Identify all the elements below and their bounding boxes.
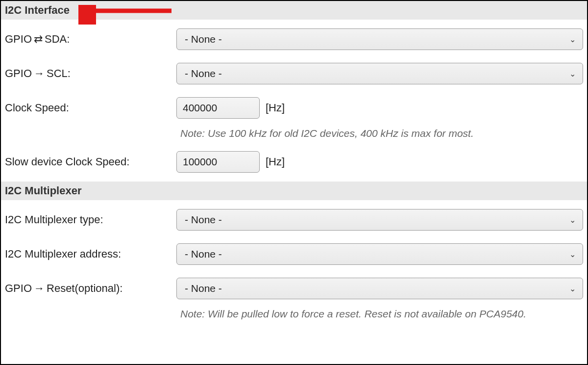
label-text: GPIO [5,67,32,80]
row-mux-type: I2C Multiplexer type: - None - ⌄ [5,209,583,231]
row-gpio-reset: GPIO → Reset(optional): - None - ⌄ [5,278,583,299]
chevron-down-icon: ⌄ [569,35,576,44]
label-mux-type: I2C Multiplexer type: [5,213,176,226]
chevron-down-icon: ⌄ [569,215,576,225]
row-gpio-scl: GPIO → SCL: - None - ⌄ [5,63,583,84]
right-arrow-icon: → [34,67,45,80]
select-mux-type[interactable]: - None - ⌄ [176,209,583,231]
chevron-down-icon: ⌄ [569,284,576,293]
note-clock-speed: Note: Use 100 kHz for old I2C devices, 4… [180,128,583,139]
chevron-down-icon: ⌄ [569,250,576,259]
label-text: SDA: [45,33,70,46]
select-value: - None - [185,283,222,294]
select-value: - None - [185,214,222,226]
section-header-i2c-multiplexer: I2C Multiplexer [1,182,587,200]
select-value: - None - [185,33,222,45]
input-clock-speed[interactable] [176,97,260,119]
bidirectional-arrow-icon: ⇄ [34,33,43,46]
right-arrow-icon: → [34,282,45,295]
unit-hz: [Hz] [266,102,285,114]
row-gpio-sda: GPIO ⇄ SDA: - None - ⌄ [5,28,583,50]
label-text: SCL: [47,67,71,80]
unit-hz: [Hz] [266,156,285,168]
row-slow-clock-speed: Slow device Clock Speed: [Hz] [5,151,583,173]
note-reset: Note: Will be pulled low to force a rese… [180,308,583,320]
select-gpio-sda[interactable]: - None - ⌄ [176,28,583,50]
row-mux-address: I2C Multiplexer address: - None - ⌄ [5,243,583,265]
i2c-multiplexer-form: I2C Multiplexer type: - None - ⌄ I2C Mul… [1,200,587,320]
input-slow-clock-speed[interactable] [176,151,260,173]
select-mux-address[interactable]: - None - ⌄ [176,243,583,265]
label-text: GPIO [5,282,32,295]
label-gpio-reset: GPIO → Reset(optional): [5,282,176,295]
select-value: - None - [185,68,222,79]
label-gpio-sda: GPIO ⇄ SDA: [5,33,176,46]
row-clock-speed: Clock Speed: [Hz] [5,97,583,119]
i2c-interface-form: GPIO ⇄ SDA: - None - ⌄ GPIO → SCL: - Non… [1,20,587,173]
settings-panel: I2C Interface GPIO ⇄ SDA: - None - ⌄ GPI… [0,0,588,365]
label-text: GPIO [5,33,32,46]
label-text: Reset(optional): [47,282,122,295]
label-clock-speed: Clock Speed: [5,102,176,114]
select-gpio-scl[interactable]: - None - ⌄ [176,63,583,84]
chevron-down-icon: ⌄ [569,69,576,78]
label-gpio-scl: GPIO → SCL: [5,67,176,80]
label-mux-address: I2C Multiplexer address: [5,248,176,261]
select-value: - None - [185,248,222,260]
section-header-i2c-interface: I2C Interface [1,1,587,20]
label-slow-clock-speed: Slow device Clock Speed: [5,156,176,168]
select-gpio-reset[interactable]: - None - ⌄ [176,278,583,299]
